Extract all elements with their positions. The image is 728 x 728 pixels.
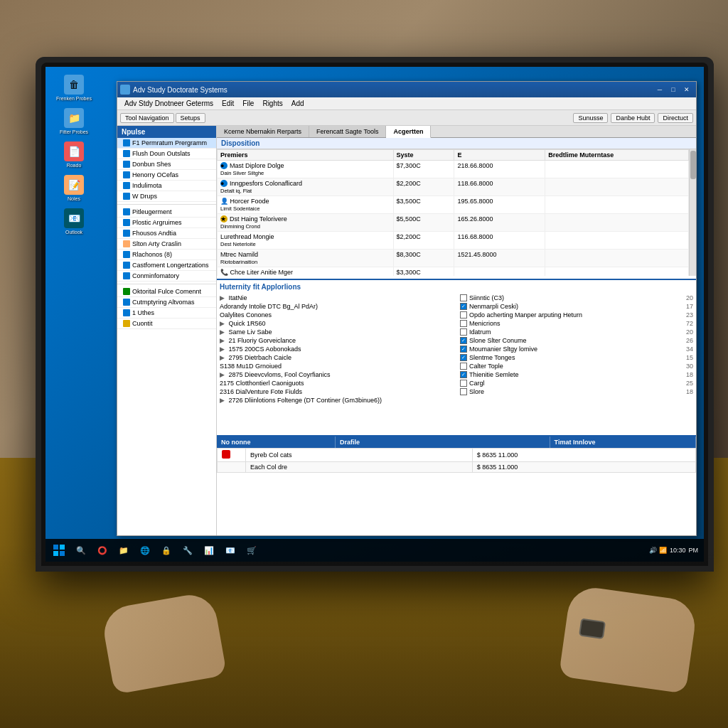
row-icon: ● — [220, 180, 228, 187]
taskbar-lock[interactable]: 🔒 — [156, 540, 176, 560]
desktop-sidebar: 🗑 Frenken Probes 📁 Fitter Probes 📄 Roado… — [46, 67, 102, 536]
checkbox-2[interactable]: Opdo acherting Manper arputing Heturn 23 — [460, 311, 693, 319]
tab-1[interactable]: Ferencatt Sagte Tools — [309, 126, 386, 137]
sidebar-item-16[interactable]: Cuontit — [117, 318, 216, 329]
invoice-row-1[interactable]: Each Col dre $ 8635 11.000 — [218, 462, 696, 473]
checkbox-5[interactable]: Slone Slter Conume 26 — [460, 336, 693, 345]
table-row[interactable]: ●Mast Diplore DolgeDain Silver Siltghe $… — [218, 161, 689, 178]
option-item-5[interactable]: ▶ 21 Fluoriy Gorveiclance — [220, 336, 453, 345]
checkbox-0[interactable]: Siinntic (C3) 20 — [460, 294, 693, 302]
menu-edit[interactable]: Edit — [218, 99, 238, 108]
close-button[interactable]: ✕ — [680, 84, 693, 95]
table-row[interactable]: Mtrec NamildRiotobarinaition $8,300C 152… — [218, 250, 689, 267]
table-row[interactable]: Lurethread MongieDest Neterloite $2,200C… — [218, 232, 689, 250]
checkbox-box[interactable] — [460, 354, 467, 361]
option-item-9[interactable]: ▶ 2875 Dieevcvloms, Fool Coyrfianics — [220, 370, 453, 379]
taskbar-mail[interactable]: 📧 — [220, 540, 240, 560]
taskbar-files[interactable]: 📁 — [114, 540, 134, 560]
btn-danbe[interactable]: Danbe Hubt — [611, 113, 655, 123]
option-item-12[interactable]: ▶ 2726 Dliinlotions Foltenge (DT Contine… — [220, 396, 453, 405]
taskbar-browser[interactable]: 🌐 — [135, 540, 155, 560]
title-bar-controls: ─ □ ✕ — [653, 84, 693, 95]
checkbox-1[interactable]: Nenmarpli Ceski) 17 — [460, 302, 693, 311]
tool-navigation[interactable]: Tool Navigation — [120, 113, 174, 123]
option-item-3[interactable]: ▶ Quick 1R560 — [220, 319, 453, 328]
checkbox-box[interactable] — [460, 380, 467, 387]
desktop-icon-notes[interactable]: 📝 Noles — [48, 173, 100, 203]
tool-setups[interactable]: Setups — [176, 113, 205, 123]
taskbar-search[interactable]: 🔍 — [71, 540, 91, 560]
sidebar-item-12[interactable]: Conminfomatory — [117, 271, 216, 282]
checkbox-box[interactable] — [460, 363, 467, 370]
checkbox-box[interactable] — [460, 294, 467, 301]
option-item-2[interactable]: Oalylites Conones — [220, 311, 453, 319]
checkbox-6[interactable]: Moumanier Sltgy lomive 34 — [460, 345, 693, 353]
sidebar-item-2[interactable]: Donbun Shes — [117, 159, 216, 170]
checkbox-box[interactable] — [460, 371, 467, 378]
option-item-4[interactable]: ▶ Same Liv Sabe — [220, 328, 453, 336]
checkbox-3[interactable]: Menicrions 72 — [460, 319, 693, 328]
checkbox-carl[interactable]: Cargl 25 — [460, 379, 693, 387]
option-item-8[interactable]: S138 Mu1D Grnoiued — [220, 362, 453, 370]
sidebar-item-7[interactable]: Plostic Argruimes — [117, 218, 216, 228]
taskbar-store[interactable]: 🛒 — [242, 540, 262, 560]
checkbox-box[interactable] — [460, 346, 467, 353]
vertical-scrollbar[interactable] — [689, 149, 696, 276]
btn-directuct[interactable]: Directuct — [658, 113, 693, 123]
taskbar-app[interactable]: 📊 — [199, 540, 219, 560]
option-item-0[interactable]: ▶ ItatNie — [220, 294, 453, 302]
taskbar-tools[interactable]: 🔧 — [178, 540, 198, 560]
sidebar-item-10[interactable]: Rlachonos (8) — [117, 250, 216, 260]
tab-0[interactable]: Kcerne Nbernakin Rerparts — [217, 126, 309, 137]
sidebar-item-6[interactable]: Pitleugerment — [117, 207, 216, 218]
sidebar-item-3[interactable]: Henorry OCefas — [117, 170, 216, 181]
checkbox-box[interactable] — [460, 303, 467, 310]
sidebar-item-5[interactable]: W Drups — [117, 191, 216, 202]
invoice-row-0[interactable]: Byreb Col cats $ 8635 11.000 — [218, 449, 696, 462]
option-item-10[interactable]: 2175 Clotthontierl Caoniguots — [220, 379, 453, 387]
sidebar-item-14[interactable]: Cutmptyring Altvomas — [117, 297, 216, 308]
table-row[interactable]: ●Inngpesfors ColonaflicardDetalt iq, Fla… — [218, 178, 689, 196]
checkbox-11[interactable]: Slore 18 — [460, 387, 693, 396]
sidebar-item-13[interactable]: Oktorital Fulce Comennt — [117, 287, 216, 297]
maximize-button[interactable]: □ — [667, 84, 680, 95]
desktop-icon-app[interactable]: 📄 Roado — [48, 139, 100, 170]
sidebar-item-11[interactable]: Castfoment Longertzations — [117, 260, 216, 271]
checkbox-4[interactable]: Idatrum 20 — [460, 328, 693, 336]
checkbox-9[interactable]: Thienitie Semlete 18 — [460, 370, 693, 379]
taskbar-cortana[interactable]: ⭕ — [92, 540, 112, 560]
option-item-1[interactable]: Adorandy Intolie DTC Bg_Al PdAr) — [220, 302, 453, 311]
table-row[interactable]: 📞 Chce Liter Anitie MgerOud Coltie $3,30… — [218, 267, 689, 277]
btn-sunusse[interactable]: Sunusse — [573, 113, 608, 123]
checkbox-box[interactable] — [460, 311, 467, 318]
desktop-icon-filter[interactable]: 📁 Fitter Probes — [48, 106, 100, 136]
checkbox-8[interactable]: Calter Tople 30 — [460, 362, 693, 370]
sidebar-item-15[interactable]: 1 Uthes — [117, 308, 216, 318]
checkbox-7[interactable]: Slentme Tonges 15 — [460, 353, 693, 362]
start-button[interactable] — [48, 540, 70, 560]
option-item-7[interactable]: ▶ 2795 Dietrbach Caicle — [220, 353, 453, 362]
tab-2[interactable]: Acgertten — [386, 126, 431, 138]
menu-add[interactable]: Add — [287, 99, 309, 108]
sidebar-item-4[interactable]: Indulimota — [117, 181, 216, 191]
checkbox-box[interactable] — [460, 388, 467, 395]
table-row[interactable]: ★Dst Haing TelorivereDinmining Crond $5,… — [218, 214, 689, 232]
sidebar-item-8[interactable]: Fhousos Andtia — [117, 228, 216, 239]
menu-file[interactable]: File — [238, 99, 258, 108]
option-item-6[interactable]: ▶ 1575 200CS Aobonokads — [220, 345, 453, 353]
checkbox-box[interactable] — [460, 320, 467, 327]
minimize-button[interactable]: ─ — [653, 84, 666, 95]
checkbox-box[interactable] — [460, 328, 467, 336]
desktop-icon-recycle[interactable]: 🗑 Frenken Probes — [48, 73, 100, 103]
invoice-table: Byreb Col cats $ 8635 11.000 Each Col dr… — [217, 448, 696, 473]
sidebar-item-0[interactable]: F1 Permratum Prergramm — [117, 138, 216, 149]
sidebar-item-1[interactable]: Flush Doun Outslats — [117, 149, 216, 159]
menu-rights[interactable]: Rights — [258, 99, 287, 108]
scroll-thumb[interactable] — [690, 151, 696, 179]
table-row[interactable]: 👤 Horcer FoodeLimit Sodentaice $3,500C 1… — [218, 196, 689, 214]
sidebar-item-9[interactable]: Slton Arty Craslin — [117, 239, 216, 250]
checkbox-box[interactable] — [460, 337, 467, 344]
menu-adv[interactable]: Adv Stdy Dnotneer Geterms — [120, 99, 218, 108]
desktop-icon-outlook[interactable]: 📧 Outlook — [48, 206, 100, 237]
option-item-11[interactable]: 2316 DialVenture Fote Fiulds — [220, 387, 453, 396]
